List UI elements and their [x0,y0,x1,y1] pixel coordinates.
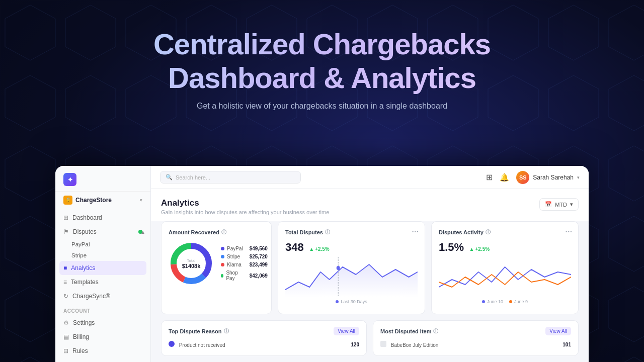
stripe-name: Stripe [227,254,240,259]
activity-chart [439,257,571,297]
sidebar-logo: ✦ [55,166,150,192]
analytics-title: Analytics [161,198,329,208]
sidebar-store[interactable]: 🔒 ChargeStore ▾ [55,192,150,209]
activity-value: 1.5% [439,241,464,253]
sidebar-item-disputes[interactable]: ⚑ Disputes ▲ [55,225,150,239]
klarna-value: $23,499 [246,262,268,267]
most-disputed-view-all[interactable]: View All [545,327,571,335]
bottom-row: Top Dispute Reason ⓘ View All Product no… [151,320,589,362]
product-label: BabeBox July Edition [391,342,439,348]
analytics-icon: ■ [63,264,67,272]
disputes-icon: ⚑ [63,228,69,235]
activity-more-icon[interactable]: ⋯ [565,228,572,236]
disputes-last30-legend: Last 30 Days [336,299,367,304]
total-disputes-title: Total Disputes ⓘ ⋯ [285,229,418,236]
sidebar-item-dashboard[interactable]: ⊞ Dashboard [55,211,150,225]
topbar: 🔍 Search here... ⊞ 🔔 SS Sarah Sarehah ▾ [151,166,589,189]
dispute-reason-view-all[interactable]: View All [334,327,359,335]
donut-chart: Total $1408k [169,241,214,286]
chargesync-label: ChargeSync® [72,293,110,300]
chargesync-icon: ↻ [63,293,68,300]
legend-stripe: Stripe $25,720 [221,254,268,259]
search-placeholder: Search here... [176,174,210,180]
search-bar[interactable]: 🔍 Search here... [160,171,301,184]
amount-info-icon: ⓘ [221,229,226,236]
amount-recovered-title: Amount Recovered ⓘ [169,229,264,236]
hero-subtitle: Get a holistic view of your chargebacks … [0,102,644,111]
disputes-chart [285,257,418,297]
analytics-subtitle: Gain insights into how disputes are affe… [161,209,329,215]
store-name: ChargeStore [75,197,112,204]
product-icon [380,341,386,347]
june9-legend: June 9 [509,299,528,304]
sidebar-item-settings[interactable]: ⚙ Settings [55,316,150,330]
legend-shoppay: Shop Pay $42,069 [221,270,268,281]
sidebar-item-paypal[interactable]: PayPal [55,239,150,250]
user-avatar: SS [516,171,529,184]
top-dispute-reason-card: Top Dispute Reason ⓘ View All Product no… [161,320,367,356]
dashboard-card: ✦ 🔒 ChargeStore ▾ ⊞ Dashboard ⚑ Disputes… [55,166,589,362]
amount-legend: PayPal $49,560 Stripe $25,720 Klarna $23… [221,246,268,281]
billing-label: Billing [73,333,89,340]
reason-icon [169,341,175,347]
sidebar-item-rules[interactable]: ⊟ Rules [55,344,150,358]
templates-icon: ≡ [63,279,67,286]
sidebar-item-chargesync[interactable]: ↻ ChargeSync® [55,289,150,303]
disputes-activity-title: Disputes Activity ⓘ ⋯ [439,229,571,236]
sidebar-item-stripe[interactable]: Stripe [55,250,150,261]
rules-label: Rules [72,347,88,354]
sidebar-item-analytics[interactable]: ■ Analytics [59,261,146,275]
last30-dot [336,300,339,303]
dashboard-icon: ⊞ [63,214,68,221]
amount-recovered-card: Amount Recovered ⓘ [161,221,272,314]
disputes-more-icon[interactable]: ⋯ [412,228,419,236]
period-selector[interactable]: 📅 MTD ▾ [539,198,579,211]
shoppay-value: $42,069 [246,273,268,279]
dispute-reason-title: Top Dispute Reason ⓘ [169,328,229,335]
disputed-info-icon: ⓘ [433,328,438,335]
stripe-label: Stripe [71,252,87,258]
disputes-activity-card: Disputes Activity ⓘ ⋯ 1.5% ▲ +2.5% [431,221,579,314]
store-chevron-icon: ▾ [140,198,142,203]
activity-up-arrow: ▲ [469,246,474,252]
user-chevron-icon: ▾ [577,175,580,180]
billing-icon: ▤ [63,333,69,340]
legend-klarna: Klarna $23,499 [221,262,268,267]
cards-row: Amount Recovered ⓘ [151,221,589,320]
disputes-label: Disputes [73,228,97,235]
sidebar: ✦ 🔒 ChargeStore ▾ ⊞ Dashboard ⚑ Disputes… [55,166,151,362]
grid-icon[interactable]: ⊞ [486,172,493,182]
activity-change: ▲ +2.5% [469,246,490,252]
paypal-name: PayPal [227,246,243,251]
reason-info-icon: ⓘ [224,328,229,335]
donut-total-label: Total [182,258,201,263]
user-name: Sarah Sarehah [533,174,574,181]
disputes-collapse-icon[interactable]: ▲ [140,229,145,235]
klarna-dot [221,263,224,266]
calendar-icon: 📅 [545,201,552,208]
total-disputes-metric: 348 ▲ +2.5% [285,241,418,254]
bell-icon[interactable]: 🔔 [500,173,509,182]
account-section-label: Account [55,303,150,316]
june9-dot [509,300,512,303]
templates-label: Templates [71,279,99,286]
donut-section: Total $1408k PayPal $49,560 Stripe [169,241,264,286]
klarna-name: Klarna [227,262,242,267]
donut-total-amount: $1408k [182,263,201,269]
settings-icon: ⚙ [63,319,69,326]
disputes-value: 348 [285,241,304,253]
activity-info-icon: ⓘ [486,229,491,236]
sidebar-item-billing[interactable]: ▤ Billing [55,330,150,344]
disputes-chart-legend: Last 30 Days [285,299,418,304]
period-chevron-icon: ▾ [570,201,573,208]
dispute-reason-header: Top Dispute Reason ⓘ View All [169,327,359,335]
june10-dot [482,300,485,303]
user-pill[interactable]: SS Sarah Sarehah ▾ [516,171,580,184]
logo-icon: ✦ [63,173,76,186]
most-disputed-card: Most Disputed Item ⓘ View All BabeBox Ju… [373,320,579,356]
disputes-change: ▲ +2.5% [309,246,330,252]
svg-point-6 [337,266,340,270]
sidebar-item-templates[interactable]: ≡ Templates [55,275,150,289]
settings-label: Settings [73,319,95,326]
donut-label: Total $1408k [182,258,201,269]
